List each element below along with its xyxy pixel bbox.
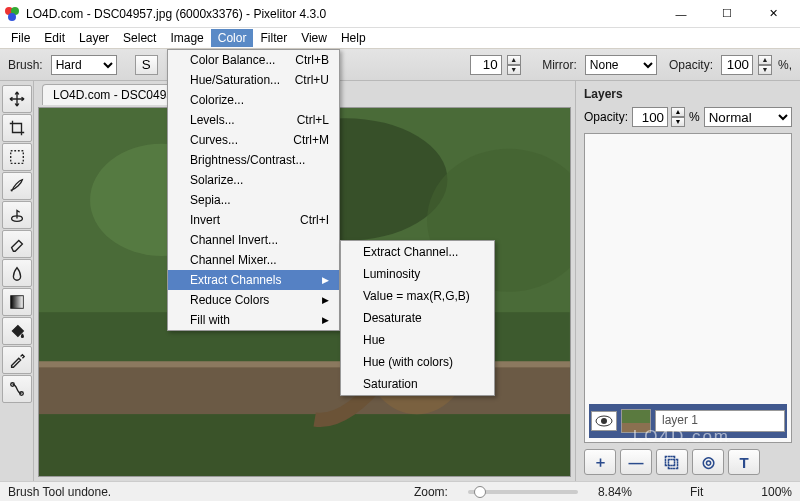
brush-select[interactable]: Hard [51,55,117,75]
tool-eraser[interactable] [2,230,32,258]
menu-solarize[interactable]: Solarize... [168,170,339,190]
zoom-fit[interactable]: Fit [690,485,703,499]
menu-bar: File Edit Layer Select Image Color Filte… [0,28,800,49]
brush-label: Brush: [8,58,43,72]
menu-help[interactable]: Help [334,29,373,47]
zoom-percent: 8.84% [598,485,632,499]
size-input[interactable] [470,55,502,75]
menu-edit[interactable]: Edit [37,29,72,47]
maximize-button[interactable]: ☐ [704,0,750,28]
mirror-label: Mirror: [542,58,577,72]
menu-file[interactable]: File [4,29,37,47]
tool-clone-stamp[interactable] [2,201,32,229]
submenu-value-max-rgb[interactable]: Value = max(R,G,B) [341,285,494,307]
zoom-label: Zoom: [414,485,448,499]
menu-channel-mixer[interactable]: Channel Mixer... [168,250,339,270]
menu-layer[interactable]: Layer [72,29,116,47]
menu-filter[interactable]: Filter [253,29,294,47]
status-bar: Brush Tool undone. Zoom: 8.84% Fit 100% [0,481,800,501]
options-toolbar: Brush: Hard S ▲▼ Mirror: None Opacity: ▲… [0,49,800,81]
submenu-desaturate[interactable]: Desaturate [341,307,494,329]
svg-point-2 [8,13,16,21]
tool-smudge[interactable] [2,259,32,287]
zoom-100[interactable]: 100% [761,485,792,499]
extract-channels-submenu: Extract Channel... Luminosity Value = ma… [340,240,495,396]
svg-rect-15 [39,414,570,477]
opacity-label: Opacity: [669,58,713,72]
menu-extract-channels[interactable]: Extract Channels▶ [168,270,339,290]
tool-rect-select[interactable] [2,143,32,171]
menu-image[interactable]: Image [163,29,210,47]
tool-move[interactable] [2,85,32,113]
size-spinner[interactable]: ▲▼ [507,55,521,75]
layers-header: Layers [584,87,792,101]
status-message: Brush Tool undone. [8,485,400,499]
mirror-select[interactable]: None [585,55,657,75]
tool-brush[interactable] [2,172,32,200]
svg-point-22 [601,418,607,424]
app-icon [4,6,20,22]
tool-strip [0,81,34,481]
delete-layer-button[interactable]: — [620,449,652,475]
submenu-saturation[interactable]: Saturation [341,373,494,395]
color-menu-dropdown: Color Balance...Ctrl+B Hue/Saturation...… [167,49,340,331]
close-button[interactable]: ✕ [750,0,796,28]
menu-levels[interactable]: Levels...Ctrl+L [168,110,339,130]
submenu-luminosity[interactable]: Luminosity [341,263,494,285]
blend-mode-select[interactable]: Normal [704,107,792,127]
submenu-hue-colors[interactable]: Hue (with colors) [341,351,494,373]
tab-label: LO4D.com - DSC0495 [53,88,173,102]
submenu-hue[interactable]: Hue [341,329,494,351]
layer-opacity-pct: % [689,110,700,124]
tool-eyedropper[interactable] [2,346,32,374]
menu-curves[interactable]: Curves...Ctrl+M [168,130,339,150]
menu-invert[interactable]: InvertCtrl+I [168,210,339,230]
layer-opacity-spinner[interactable]: ▲▼ [671,107,685,127]
menu-view[interactable]: View [294,29,334,47]
menu-sepia[interactable]: Sepia... [168,190,339,210]
visibility-icon[interactable] [591,411,617,431]
tool-gradient[interactable] [2,288,32,316]
svg-rect-5 [10,296,23,309]
layer-opacity-label: Opacity: [584,110,628,124]
adjustment-layer-button[interactable]: ◎ [692,449,724,475]
opacity-suffix: %, [778,58,792,72]
minimize-button[interactable]: — [658,0,704,28]
menu-channel-invert[interactable]: Channel Invert... [168,230,339,250]
layer-opacity-input[interactable] [632,107,668,127]
settings-button[interactable]: S [135,55,158,75]
menu-color[interactable]: Color [211,29,254,47]
svg-rect-3 [10,151,23,164]
menu-brightness-contrast[interactable]: Brightness/Contrast... [168,150,339,170]
submenu-extract-channel[interactable]: Extract Channel... [341,241,494,263]
menu-fill-with[interactable]: Fill with▶ [168,310,339,330]
menu-select[interactable]: Select [116,29,163,47]
layers-panel: Layers Opacity: ▲▼ % Normal layer 1 ＋ — … [575,81,800,481]
tool-pen[interactable] [2,375,32,403]
menu-reduce-colors[interactable]: Reduce Colors▶ [168,290,339,310]
opacity-spinner[interactable]: ▲▼ [758,55,772,75]
watermark: LO4D.com [633,427,730,447]
opacity-input[interactable] [721,55,753,75]
menu-color-balance[interactable]: Color Balance...Ctrl+B [168,50,339,70]
layers-list[interactable]: layer 1 [584,133,792,443]
window-title: LO4D.com - DSC04957.jpg (6000x3376) - Pi… [26,7,658,21]
title-bar: LO4D.com - DSC04957.jpg (6000x3376) - Pi… [0,0,800,28]
duplicate-layer-button[interactable]: ⿻ [656,449,688,475]
tool-bucket[interactable] [2,317,32,345]
menu-hue-saturation[interactable]: Hue/Saturation...Ctrl+U [168,70,339,90]
add-layer-button[interactable]: ＋ [584,449,616,475]
tool-crop[interactable] [2,114,32,142]
zoom-slider[interactable] [468,490,578,494]
menu-colorize[interactable]: Colorize... [168,90,339,110]
layer-buttons: ＋ — ⿻ ◎ T [584,449,792,475]
text-layer-button[interactable]: T [728,449,760,475]
